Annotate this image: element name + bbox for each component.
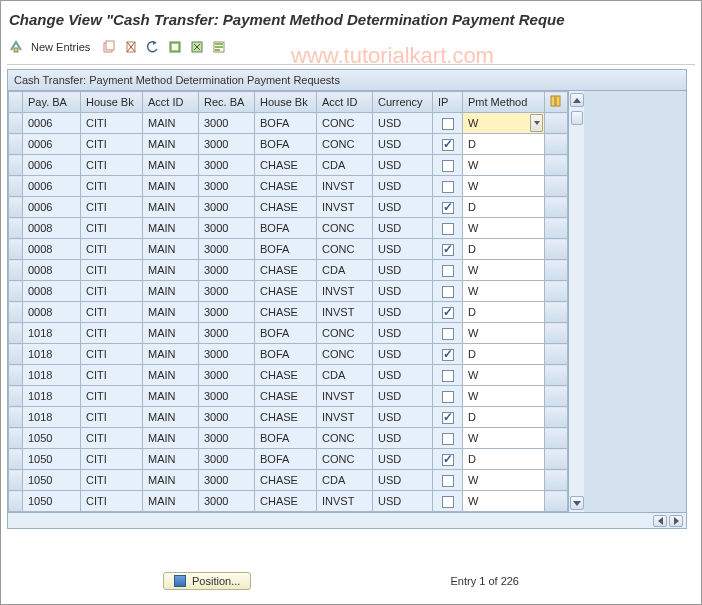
cell-pmt-method[interactable]: W: [463, 155, 545, 176]
row-selector[interactable]: [9, 260, 23, 281]
scroll-down-icon[interactable]: [570, 496, 584, 510]
cell-ip-checkbox[interactable]: [433, 302, 463, 323]
scroll-up-icon[interactable]: [570, 93, 584, 107]
vertical-scrollbar[interactable]: [568, 91, 584, 512]
checkbox-icon[interactable]: [442, 265, 454, 277]
other-view-icon[interactable]: [7, 38, 25, 56]
table-row[interactable]: 0008CITIMAIN3000BOFACONCUSDW: [9, 218, 568, 239]
cell-pmt-method[interactable]: D: [463, 344, 545, 365]
row-selector[interactable]: [9, 113, 23, 134]
row-selector[interactable]: [9, 428, 23, 449]
table-row[interactable]: 0008CITIMAIN3000CHASEINVSTUSDW: [9, 281, 568, 302]
column-rec-ba[interactable]: Rec. BA: [199, 92, 255, 113]
cell-ip-checkbox[interactable]: [433, 281, 463, 302]
row-selector[interactable]: [9, 386, 23, 407]
cell-ip-checkbox[interactable]: [433, 218, 463, 239]
row-selector[interactable]: [9, 407, 23, 428]
cell-pmt-method[interactable]: W: [463, 218, 545, 239]
cell-pmt-method[interactable]: W: [463, 386, 545, 407]
checkbox-icon[interactable]: [442, 349, 454, 361]
table-row[interactable]: 1018CITIMAIN3000CHASECDAUSDW: [9, 365, 568, 386]
row-selector[interactable]: [9, 197, 23, 218]
table-row[interactable]: 1050CITIMAIN3000BOFACONCUSDW: [9, 428, 568, 449]
cell-ip-checkbox[interactable]: [433, 470, 463, 491]
row-selector[interactable]: [9, 281, 23, 302]
cell-ip-checkbox[interactable]: [433, 155, 463, 176]
print-icon[interactable]: [210, 38, 228, 56]
row-selector[interactable]: [9, 365, 23, 386]
checkbox-icon[interactable]: [442, 181, 454, 193]
cell-ip-checkbox[interactable]: [433, 239, 463, 260]
table-row[interactable]: 1050CITIMAIN3000CHASECDAUSDW: [9, 470, 568, 491]
cell-ip-checkbox[interactable]: [433, 260, 463, 281]
table-row[interactable]: 0006CITIMAIN3000CHASECDAUSDW: [9, 155, 568, 176]
cell-pmt-method[interactable]: W: [463, 281, 545, 302]
cell-pmt-method[interactable]: W: [463, 113, 545, 134]
position-button[interactable]: Position...: [163, 572, 251, 590]
column-acct-id-2[interactable]: Acct ID: [317, 92, 373, 113]
column-pmt-method[interactable]: Pmt Method: [463, 92, 545, 113]
table-row[interactable]: 0006CITIMAIN3000BOFACONCUSDD: [9, 134, 568, 155]
checkbox-icon[interactable]: [442, 412, 454, 424]
row-selector[interactable]: [9, 176, 23, 197]
select-all-icon[interactable]: [166, 38, 184, 56]
table-row[interactable]: 1018CITIMAIN3000CHASEINVSTUSDW: [9, 386, 568, 407]
row-selector[interactable]: [9, 218, 23, 239]
cell-pmt-method[interactable]: D: [463, 134, 545, 155]
checkbox-icon[interactable]: [442, 202, 454, 214]
row-selector[interactable]: [9, 449, 23, 470]
column-pay-ba[interactable]: Pay. BA: [23, 92, 81, 113]
table-row[interactable]: 0006CITIMAIN3000CHASEINVSTUSDD: [9, 197, 568, 218]
table-row[interactable]: 1018CITIMAIN3000BOFACONCUSDD: [9, 344, 568, 365]
cell-ip-checkbox[interactable]: [433, 344, 463, 365]
checkbox-icon[interactable]: [442, 118, 454, 130]
cell-pmt-method[interactable]: W: [463, 260, 545, 281]
cell-ip-checkbox[interactable]: [433, 197, 463, 218]
scroll-right-icon[interactable]: [669, 515, 683, 527]
checkbox-icon[interactable]: [442, 454, 454, 466]
cell-ip-checkbox[interactable]: [433, 449, 463, 470]
cell-pmt-method[interactable]: D: [463, 197, 545, 218]
checkbox-icon[interactable]: [442, 475, 454, 487]
horizontal-scrollbar[interactable]: [8, 512, 686, 528]
delete-icon[interactable]: [122, 38, 140, 56]
column-select-all[interactable]: [9, 92, 23, 113]
cell-ip-checkbox[interactable]: [433, 386, 463, 407]
checkbox-icon[interactable]: [442, 139, 454, 151]
table-row[interactable]: 1018CITIMAIN3000CHASEINVSTUSDD: [9, 407, 568, 428]
table-row[interactable]: 0006CITIMAIN3000BOFACONCUSDW: [9, 113, 568, 134]
cell-ip-checkbox[interactable]: [433, 491, 463, 512]
table-row[interactable]: 0008CITIMAIN3000CHASECDAUSDW: [9, 260, 568, 281]
column-ip[interactable]: IP: [433, 92, 463, 113]
row-selector[interactable]: [9, 470, 23, 491]
table-row[interactable]: 0008CITIMAIN3000BOFACONCUSDD: [9, 239, 568, 260]
undo-icon[interactable]: [144, 38, 162, 56]
new-entries-button[interactable]: New Entries: [29, 41, 96, 53]
cell-pmt-method[interactable]: W: [463, 470, 545, 491]
cell-pmt-method[interactable]: D: [463, 302, 545, 323]
cell-ip-checkbox[interactable]: [433, 176, 463, 197]
cell-pmt-method[interactable]: D: [463, 407, 545, 428]
copy-icon[interactable]: [100, 38, 118, 56]
cell-pmt-method[interactable]: W: [463, 176, 545, 197]
cell-ip-checkbox[interactable]: [433, 134, 463, 155]
table-row[interactable]: 0006CITIMAIN3000CHASEINVSTUSDW: [9, 176, 568, 197]
column-house-bk-2[interactable]: House Bk: [255, 92, 317, 113]
row-selector[interactable]: [9, 239, 23, 260]
cell-ip-checkbox[interactable]: [433, 407, 463, 428]
table-row[interactable]: 0008CITIMAIN3000CHASEINVSTUSDD: [9, 302, 568, 323]
column-house-bk[interactable]: House Bk: [81, 92, 143, 113]
table-row[interactable]: 1018CITIMAIN3000BOFACONCUSDW: [9, 323, 568, 344]
checkbox-icon[interactable]: [442, 496, 454, 508]
table-row[interactable]: 1050CITIMAIN3000BOFACONCUSDD: [9, 449, 568, 470]
checkbox-icon[interactable]: [442, 244, 454, 256]
row-selector[interactable]: [9, 155, 23, 176]
cell-pmt-method[interactable]: W: [463, 323, 545, 344]
cell-ip-checkbox[interactable]: [433, 323, 463, 344]
cell-ip-checkbox[interactable]: [433, 113, 463, 134]
f4-help-icon[interactable]: [530, 114, 543, 132]
column-acct-id[interactable]: Acct ID: [143, 92, 199, 113]
cell-pmt-method[interactable]: W: [463, 428, 545, 449]
column-config-icon[interactable]: [545, 92, 568, 113]
checkbox-icon[interactable]: [442, 223, 454, 235]
